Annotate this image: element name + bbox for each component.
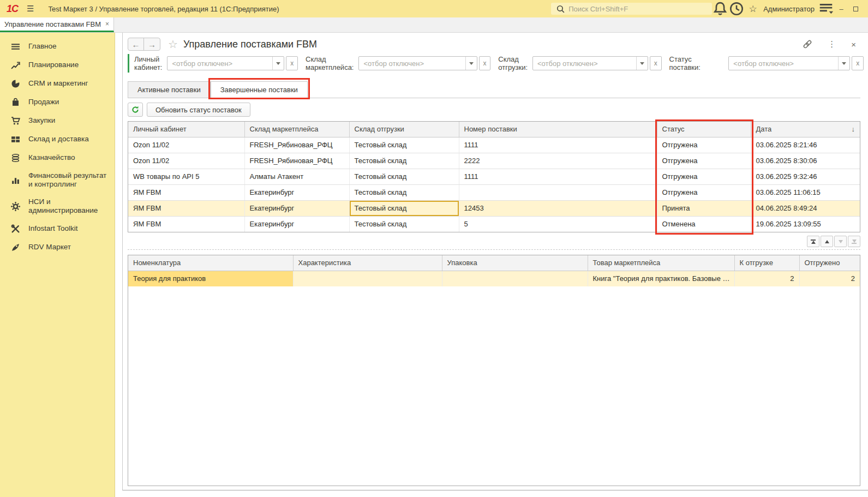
filter-clear-button[interactable]: x [852, 56, 864, 70]
scroll-to-last-button[interactable] [848, 236, 860, 247]
tab-completed-supplies[interactable]: Завершенные поставки [211, 81, 308, 98]
filter-clear-button[interactable]: x [479, 56, 491, 70]
table-row-selected[interactable]: Теория для практиков Книга "Теория для п… [128, 271, 860, 286]
focused-cell[interactable]: Теория для практиков [128, 271, 293, 286]
table-cell[interactable]: FRESH_Рябиновая_РФЦ [244, 153, 349, 169]
notifications-bell-icon[interactable] [712, 1, 728, 17]
table-row[interactable]: Ozon 11/02 FRESH_Рябиновая_РФЦ Тестовый … [128, 137, 860, 153]
sidebar-item-main[interactable]: Главное [0, 37, 115, 56]
table-row[interactable]: ЯМ FBM Екатеринбург Тестовый склад Отгру… [128, 184, 860, 200]
table-row-selected[interactable]: ЯМ FBM Екатеринбург Тестовый склад 12453… [128, 200, 860, 216]
panel-settings-icon[interactable] [818, 1, 834, 17]
filter-supply-status-input[interactable] [729, 59, 838, 68]
table-cell[interactable]: 2222 [459, 153, 657, 169]
table-cell[interactable]: Тестовый склад [349, 216, 459, 232]
column-header[interactable]: Склад маркетплейса [244, 122, 349, 137]
column-header[interactable]: Номенклатура [128, 255, 293, 271]
filter-personal-account[interactable] [167, 56, 284, 70]
tables-splitter[interactable] [128, 249, 860, 250]
status-cell[interactable]: Отгружена [657, 153, 751, 169]
add-favorite-star-icon[interactable]: ☆ [168, 38, 178, 51]
filter-marketplace-warehouse-input[interactable] [359, 59, 465, 68]
sidebar-item-crm[interactable]: CRM и маркетинг [0, 74, 115, 93]
table-row[interactable]: WB товары по API 5 Алматы Атакент Тестов… [128, 169, 860, 184]
table-cell[interactable]: ЯМ FBM [128, 200, 244, 216]
main-menu-icon[interactable]: ☰ [27, 4, 34, 14]
qty-to-ship-cell[interactable]: 2 [734, 271, 799, 286]
filter-shipment-warehouse-input[interactable] [533, 59, 636, 68]
date-cell[interactable]: 03.06.2025 9:32:46 [751, 169, 860, 184]
table-cell[interactable] [442, 271, 588, 286]
sidebar-item-infostart-toolkit[interactable]: Infostart Toolkit [0, 219, 115, 238]
column-header-status[interactable]: Статус [657, 122, 751, 137]
tab-close-icon[interactable]: × [105, 20, 109, 28]
history-icon[interactable] [728, 1, 745, 17]
more-menu-icon[interactable]: ⋮ [828, 39, 836, 49]
tab-active-supplies[interactable]: Активные поставки [128, 81, 211, 98]
table-cell[interactable]: Ozon 11/02 [128, 137, 244, 153]
date-cell[interactable]: 03.06.2025 8:21:46 [751, 137, 860, 153]
table-row[interactable]: ЯМ FBM Екатеринбург Тестовый склад 5 Отм… [128, 216, 860, 232]
status-cell[interactable]: Принята [657, 200, 751, 216]
table-cell[interactable]: Книга "Теория для практиков. Базовые … [588, 271, 734, 286]
refresh-button[interactable] [128, 103, 143, 117]
sidebar-item-nsi-admin[interactable]: НСИ и администрирование [0, 193, 115, 219]
column-header[interactable]: Номер поставки [459, 122, 657, 137]
form-close-icon[interactable]: × [851, 40, 856, 49]
table-row[interactable]: Ozon 11/02 FRESH_Рябиновая_РФЦ Тестовый … [128, 153, 860, 169]
column-header[interactable]: Склад отгрузки [349, 122, 459, 137]
scroll-down-button[interactable] [834, 236, 847, 247]
scroll-up-button[interactable] [821, 236, 833, 247]
current-user[interactable]: Администратор [763, 5, 815, 13]
get-link-icon[interactable] [803, 39, 812, 49]
status-cell[interactable]: Отгружена [657, 137, 751, 153]
status-cell[interactable]: Отгружена [657, 184, 751, 200]
column-header[interactable]: Личный кабинет [128, 122, 244, 137]
table-cell[interactable]: Екатеринбург [244, 216, 349, 232]
table-cell[interactable]: Тестовый склад [349, 184, 459, 200]
date-cell[interactable]: 04.06.2025 8:49:24 [751, 200, 860, 216]
date-cell[interactable]: 03.06.2025 8:30:06 [751, 153, 860, 169]
minimize-button[interactable]: – [834, 5, 848, 13]
date-cell[interactable]: 03.06.2025 11:06:15 [751, 184, 860, 200]
column-header[interactable]: Характеристика [293, 255, 442, 271]
table-cell[interactable]: FRESH_Рябиновая_РФЦ [244, 137, 349, 153]
filter-marketplace-warehouse[interactable] [358, 56, 477, 70]
date-cell[interactable]: 19.06.2025 13:09:55 [751, 216, 860, 232]
table-cell[interactable]: 1111 [459, 137, 657, 153]
table-cell[interactable]: Екатеринбург [244, 200, 349, 216]
qty-shipped-cell[interactable]: 2 [799, 271, 860, 286]
filter-supply-status[interactable] [728, 56, 850, 70]
sidebar-item-warehouse[interactable]: Склад и доставка [0, 130, 115, 148]
filter-clear-button[interactable]: x [650, 56, 662, 70]
table-cell[interactable]: Екатеринбург [244, 184, 349, 200]
status-cell[interactable]: Отменена [657, 216, 751, 232]
sidebar-item-finance[interactable]: Финансовый результат и контроллинг [0, 167, 115, 193]
sidebar-item-sales[interactable]: Продажи [0, 93, 115, 111]
back-button[interactable]: ← [128, 38, 144, 50]
table-cell[interactable]: 12453 [459, 200, 657, 216]
table-cell[interactable]: 5 [459, 216, 657, 232]
table-cell[interactable]: ЯМ FBM [128, 184, 244, 200]
column-header[interactable]: Отгружено [799, 255, 860, 271]
filter-shipment-warehouse[interactable] [532, 56, 648, 70]
table-cell[interactable]: ЯМ FBM [128, 216, 244, 232]
column-header[interactable]: Упаковка [442, 255, 588, 271]
table-cell[interactable]: Алматы Атакент [244, 169, 349, 184]
sidebar-item-rdv-market[interactable]: RDV Маркет [0, 238, 115, 256]
chevron-down-icon[interactable] [636, 57, 648, 70]
sidebar-item-planning[interactable]: Планирование [0, 56, 115, 74]
maximize-button[interactable] [848, 5, 863, 13]
scroll-to-first-button[interactable] [807, 236, 819, 247]
update-status-button[interactable]: Обновить статус поставок [147, 103, 250, 117]
status-cell[interactable]: Отгружена [657, 169, 751, 184]
column-header-date[interactable]: Дата↓ [751, 122, 860, 137]
filter-personal-account-input[interactable] [167, 59, 272, 68]
forward-button[interactable]: → [144, 38, 160, 50]
table-cell[interactable]: Тестовый склад [349, 137, 459, 153]
sidebar-item-treasury[interactable]: Казначейство [0, 148, 115, 167]
table-cell[interactable]: Тестовый склад [349, 169, 459, 184]
column-header[interactable]: К отгрузке [734, 255, 799, 271]
chevron-down-icon[interactable] [272, 57, 284, 70]
table-cell[interactable] [459, 184, 657, 200]
